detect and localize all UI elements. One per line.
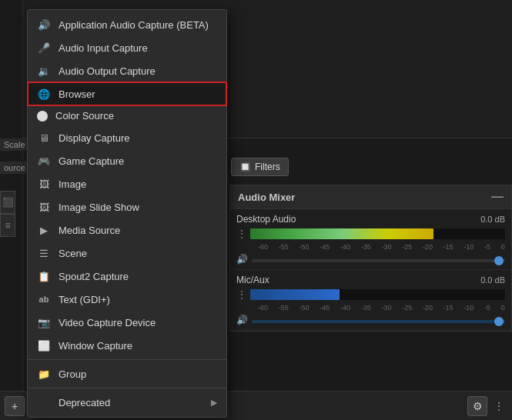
game-capture-label: Game Capture [59, 155, 217, 167]
mic-aux-name: Mic/Aux [236, 275, 269, 285]
add-icon: + [12, 400, 18, 412]
mic-aux-db: 0.0 dB [480, 275, 505, 285]
menu-item-image[interactable]: 🖼 Image [28, 172, 226, 195]
image-icon: 🖼 [37, 177, 51, 191]
game-capture-icon: 🎮 [37, 154, 51, 168]
deprecated-label: Deprecated [59, 397, 203, 408]
text-gdi-label: Text (GDI+) [59, 294, 217, 305]
desktop-audio-fill [250, 228, 433, 239]
menu-item-color-source[interactable]: Color Source [28, 105, 226, 126]
scene-icon: ☰ [37, 246, 51, 260]
add-source-dropdown: 🔊 Application Audio Capture (BETA) 🎤 Aud… [27, 9, 227, 418]
browser-icon: 🌐 [37, 87, 51, 101]
mic-aux-fill [250, 289, 340, 300]
menu-item-display-capture[interactable]: 🖥 Display Capture [28, 126, 226, 149]
mic-aux-dots[interactable]: ⋮ [236, 288, 247, 301]
media-source-label: Media Source [59, 225, 217, 236]
filters-label: Filters [255, 162, 280, 172]
video-capture-icon: 📷 [37, 315, 51, 329]
image-slide-show-label: Image Slide Show [59, 202, 217, 213]
scene-label: Scene [59, 248, 217, 259]
mic-aux-header: Mic/Aux 0.0 dB [236, 275, 505, 285]
menu-item-spout2[interactable]: 📋 Spout2 Capture [28, 265, 226, 288]
audio-mixer-header: Audio Mixer — [230, 185, 511, 209]
audio-output-label: Audio Output Capture [59, 65, 217, 77]
mic-aux-meter [250, 289, 505, 300]
left-icon-strip-2: ≡ [0, 214, 15, 237]
display-capture-icon: 🖥 [37, 131, 51, 145]
desktop-audio-header: Desktop Audio 0.0 dB [236, 214, 505, 225]
mixer-menu-button[interactable]: ⋮ [490, 396, 507, 416]
left-icon-strip: ⬛ [0, 191, 15, 214]
menu-item-browser[interactable]: 🌐 Browser [28, 82, 226, 105]
mic-speaker-icon[interactable]: 🔊 [236, 315, 248, 325]
filters-button[interactable]: 🔲 Filters [231, 158, 289, 176]
desktop-audio-controls: ⋮ [236, 228, 505, 240]
group-label: Group [59, 368, 217, 380]
desktop-audio-name: Desktop Audio [236, 214, 296, 225]
menu-item-media-source[interactable]: ▶ Media Source [28, 218, 226, 242]
desktop-audio-db: 0.0 dB [480, 215, 505, 224]
group-icon: 📁 [37, 367, 51, 381]
media-source-icon: ▶ [37, 223, 51, 237]
desktop-volume-thumb [494, 256, 504, 265]
window-capture-icon: ⬜ [37, 338, 51, 352]
desktop-speaker-icon[interactable]: 🔊 [236, 254, 248, 265]
mic-volume-thumb [494, 317, 504, 326]
desktop-volume-slider[interactable] [252, 259, 505, 262]
menu-item-image-slide-show[interactable]: 🖼 Image Slide Show [28, 195, 226, 218]
desktop-audio-channel: Desktop Audio 0.0 dB ⋮ -60-55-50-45-40-3… [230, 209, 511, 270]
mic-aux-channel: Mic/Aux 0.0 dB ⋮ -60-55-50-45-40-35-30-2… [230, 270, 511, 331]
filters-area: 🔲 Filters [231, 158, 289, 176]
menu-item-scene[interactable]: ☰ Scene [28, 242, 226, 265]
menu-item-audio-output[interactable]: 🔉 Audio Output Capture [28, 59, 226, 82]
mic-aux-footer: 🔊 [236, 315, 505, 325]
menu-item-window-capture[interactable]: ⬜ Window Capture [28, 334, 226, 357]
text-gdi-icon: ab [37, 292, 51, 306]
image-slide-show-icon: 🖼 [37, 200, 51, 214]
menu-item-text-gdi[interactable]: ab Text (GDI+) [28, 288, 226, 311]
menu-separator-2 [28, 388, 226, 388]
video-capture-label: Video Capture Device [59, 317, 217, 328]
app-audio-icon: 🔊 [37, 18, 51, 32]
deprecated-arrow-icon: ▶ [211, 398, 217, 408]
menu-item-deprecated[interactable]: Deprecated ▶ [28, 391, 226, 414]
filter-icon: 🔲 [239, 162, 251, 172]
spout2-label: Spout2 Capture [59, 271, 217, 282]
menu-item-video-capture[interactable]: 📷 Video Capture Device [28, 311, 226, 334]
scale-label: Scale [0, 138, 29, 151]
menu-item-game-capture[interactable]: 🎮 Game Capture [28, 149, 226, 172]
mixer-settings-button[interactable]: ⚙ [467, 396, 487, 416]
source-label: ource [0, 162, 29, 174]
display-capture-label: Display Capture [59, 132, 217, 144]
mixer-dots-icon: ⋮ [494, 400, 504, 412]
audio-output-icon: 🔉 [37, 64, 51, 78]
audio-mixer: Audio Mixer — Desktop Audio 0.0 dB ⋮ -60… [229, 185, 512, 332]
image-label: Image [59, 178, 217, 190]
desktop-audio-footer: 🔊 [236, 254, 505, 265]
audio-input-label: Audio Input Capture [59, 42, 217, 54]
desktop-audio-scale: -60-55-50-45-40-35-30-25-20-15-10-50 [258, 242, 505, 252]
desktop-audio-meter [250, 228, 505, 239]
spout2-icon: 📋 [37, 269, 51, 283]
mic-volume-slider[interactable] [252, 320, 505, 323]
audio-mixer-title: Audio Mixer [238, 192, 295, 203]
menu-item-audio-input[interactable]: 🎤 Audio Input Capture [28, 36, 226, 59]
menu-separator-1 [28, 359, 226, 360]
menu-item-app-audio[interactable]: 🔊 Application Audio Capture (BETA) [28, 13, 226, 36]
mic-aux-scale: -60-55-50-45-40-35-30-25-20-15-10-50 [258, 303, 505, 312]
app-audio-label: Application Audio Capture (BETA) [59, 19, 217, 31]
mixer-gear-icon: ⚙ [473, 400, 483, 412]
audio-input-icon: 🎤 [37, 41, 51, 55]
mic-aux-controls: ⋮ [236, 288, 505, 301]
deprecated-icon [37, 395, 51, 409]
color-source-icon [37, 111, 48, 122]
browser-label: Browser [59, 88, 217, 100]
color-source-label: Color Source [55, 110, 217, 122]
desktop-audio-dots[interactable]: ⋮ [236, 228, 247, 240]
menu-item-group[interactable]: 📁 Group [28, 362, 226, 385]
add-source-button[interactable]: + [5, 396, 25, 416]
window-capture-label: Window Capture [59, 340, 217, 352]
audio-mixer-collapse[interactable]: — [491, 190, 504, 204]
